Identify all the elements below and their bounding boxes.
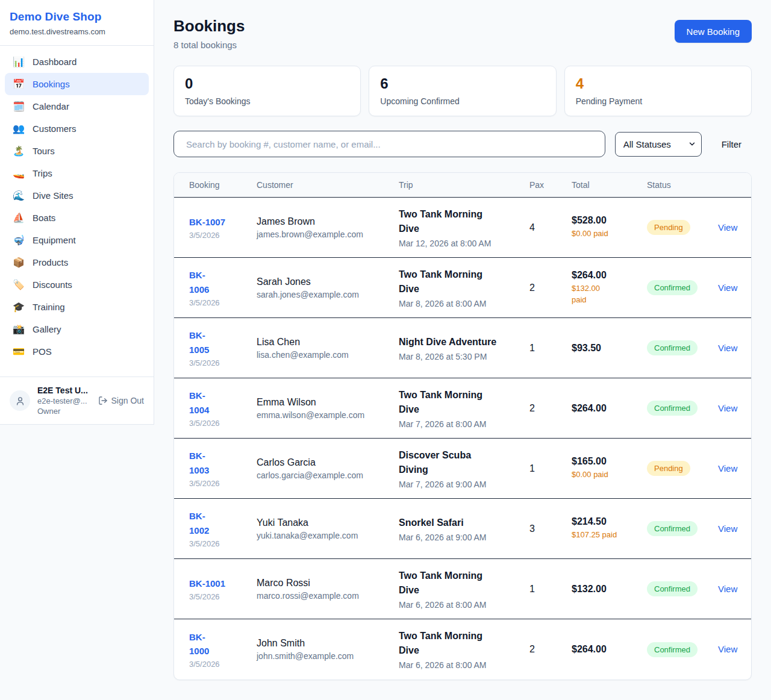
amount-paid: $107.25 paid xyxy=(572,530,640,541)
table-row: BK- 1004 3/5/2026 Emma Wilson emma.wilso… xyxy=(174,378,751,439)
view-link[interactable]: View xyxy=(714,403,737,413)
stat-card: 0 Today's Bookings xyxy=(173,66,361,116)
table-row: BK- 1006 3/5/2026 Sarah Jones sarah.jone… xyxy=(174,258,751,318)
calendar-icon: 🗓️ xyxy=(12,102,25,111)
booking-number-link[interactable]: BK-1001 xyxy=(189,577,225,590)
column-header-customer: Customer xyxy=(257,180,399,190)
sidebar-item-calendar[interactable]: 🗓️ Calendar xyxy=(5,95,149,117)
column-header-booking: Booking xyxy=(189,180,257,190)
sidebar-item-discounts[interactable]: 🏷️ Discounts xyxy=(5,273,149,296)
sidebar-item-trips[interactable]: 🚤 Trips xyxy=(5,162,149,184)
trip-name: Two Tank Morning Dive xyxy=(399,388,522,417)
trip-datetime: Mar 6, 2026 at 9:00 AM xyxy=(399,533,522,542)
booking-number-link[interactable]: BK- 1005 xyxy=(189,328,209,357)
booking-number-link[interactable]: BK- 1006 xyxy=(189,268,209,296)
stat-card: 6 Upcoming Confirmed xyxy=(369,66,556,116)
user-section: E2E Test U... e2e-tester@... Owner Sign … xyxy=(0,377,154,424)
booking-date: 3/5/2026 xyxy=(189,358,249,367)
gallery-icon: 📸 xyxy=(12,325,25,334)
sidebar-item-dashboard[interactable]: 📊 Dashboard xyxy=(5,51,149,73)
sidebar-item-boats[interactable]: ⛵ Boats xyxy=(5,207,149,229)
booking-number-link[interactable]: BK-1007 xyxy=(189,215,225,229)
total-amount: $165.00 xyxy=(572,456,640,467)
filter-button[interactable]: Filter xyxy=(711,139,752,149)
view-link[interactable]: View xyxy=(714,463,737,473)
sidebar-item-equipment[interactable]: 🤿 Equipment xyxy=(5,229,149,251)
customer-name: Emma Wilson xyxy=(257,397,392,408)
sidebar-item-label: Dive Sites xyxy=(33,190,73,201)
customer-email: marco.rossi@example.com xyxy=(257,591,392,601)
customer-email: sarah.jones@example.com xyxy=(257,290,392,299)
trip-datetime: Mar 6, 2026 at 8:00 AM xyxy=(399,660,522,670)
bookings-table: Booking Customer Trip Pax Total Status B… xyxy=(173,172,752,680)
status-badge: Confirmed xyxy=(647,280,698,295)
column-header-pax: Pax xyxy=(529,180,572,190)
total-amount: $528.00 xyxy=(572,215,640,226)
search-input[interactable] xyxy=(173,131,605,157)
view-link[interactable]: View xyxy=(714,343,737,353)
sign-out-button[interactable]: Sign Out xyxy=(98,396,144,405)
sidebar-item-dive-sites[interactable]: 🌊 Dive Sites xyxy=(5,184,149,207)
trips-icon: 🚤 xyxy=(12,169,25,178)
main-content: Bookings 8 total bookings New Booking 0 … xyxy=(154,0,771,699)
booking-number-link[interactable]: BK- 1000 xyxy=(189,630,209,658)
sidebar-item-customers[interactable]: 👥 Customers xyxy=(5,117,149,140)
dashboard-icon: 📊 xyxy=(12,57,25,67)
user-info: E2E Test U... e2e-tester@... Owner xyxy=(37,386,91,416)
trip-name: Two Tank Morning Dive xyxy=(399,629,522,658)
booking-date: 3/5/2026 xyxy=(189,539,249,548)
view-link[interactable]: View xyxy=(714,644,737,654)
sidebar-item-pos[interactable]: 💳 POS xyxy=(5,340,149,363)
table-row: BK- 1002 3/5/2026 Yuki Tanaka yuki.tanak… xyxy=(174,499,751,559)
stat-label: Pending Payment xyxy=(576,96,740,106)
trip-datetime: Mar 8, 2026 at 8:00 AM xyxy=(399,299,522,308)
booking-number-link[interactable]: BK- 1003 xyxy=(189,449,209,477)
view-link[interactable]: View xyxy=(714,222,737,233)
sidebar-item-tours[interactable]: 🏝️ Tours xyxy=(5,140,149,162)
customer-name: Lisa Chen xyxy=(257,337,392,348)
pos-icon: 💳 xyxy=(12,347,25,357)
trip-datetime: Mar 7, 2026 at 9:00 AM xyxy=(399,480,522,489)
booking-date: 3/5/2026 xyxy=(189,419,249,428)
sidebar-item-label: Boats xyxy=(33,213,55,223)
amount-paid: $0.00 paid xyxy=(572,228,640,240)
sidebar-item-bookings[interactable]: 📅 Bookings xyxy=(5,73,149,95)
sidebar-item-products[interactable]: 📦 Products xyxy=(5,251,149,273)
customer-name: Carlos Garcia xyxy=(257,457,392,468)
customer-name: John Smith xyxy=(257,638,392,649)
sidebar-item-gallery[interactable]: 📸 Gallery xyxy=(5,318,149,340)
training-icon: 🎓 xyxy=(12,302,25,312)
view-link[interactable]: View xyxy=(714,584,737,594)
dive-sites-icon: 🌊 xyxy=(12,191,25,201)
customer-email: yuki.tanaka@example.com xyxy=(257,531,392,540)
total-amount: $264.00 xyxy=(572,644,640,655)
status-badge: Pending xyxy=(647,461,690,476)
booking-number-link[interactable]: BK- 1004 xyxy=(189,389,209,417)
trip-datetime: Mar 7, 2026 at 8:00 AM xyxy=(399,419,522,429)
page-title: Bookings xyxy=(173,17,245,36)
status-select[interactable]: All Statuses xyxy=(615,132,702,157)
sidebar-item-training[interactable]: 🎓 Training xyxy=(5,296,149,318)
new-booking-button[interactable]: New Booking xyxy=(675,20,752,43)
trip-name: Discover Scuba Diving xyxy=(399,448,522,477)
booking-number-link[interactable]: BK- 1002 xyxy=(189,509,209,537)
stat-label: Upcoming Confirmed xyxy=(380,96,545,106)
sidebar-item-label: Calendar xyxy=(33,101,69,111)
trip-name: Snorkel Safari xyxy=(399,516,522,530)
table-body: BK-1007 3/5/2026 James Brown james.brown… xyxy=(174,198,751,680)
total-bookings-count: 8 total bookings xyxy=(173,40,245,50)
sidebar-item-label: Discounts xyxy=(33,280,72,290)
pax-count: 2 xyxy=(529,283,572,293)
pax-count: 2 xyxy=(529,644,572,655)
customer-name: Sarah Jones xyxy=(257,277,392,287)
view-link[interactable]: View xyxy=(714,283,737,293)
sidebar-header: Demo Dive Shop demo.test.divestreams.com xyxy=(0,0,154,46)
view-link[interactable]: View xyxy=(714,523,737,534)
booking-date: 3/5/2026 xyxy=(189,479,249,488)
customer-email: carlos.garcia@example.com xyxy=(257,470,392,480)
stat-value: 0 xyxy=(185,75,349,92)
total-amount: $132.00 xyxy=(572,584,640,595)
pax-count: 4 xyxy=(529,222,572,233)
shop-name: Demo Dive Shop xyxy=(10,10,144,23)
trip-datetime: Mar 6, 2026 at 8:00 AM xyxy=(399,600,522,610)
